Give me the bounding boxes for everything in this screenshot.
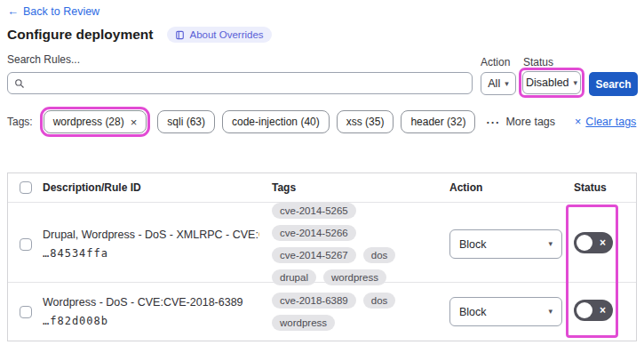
ellipsis-icon: ··· [486, 116, 500, 129]
action-dropdown[interactable]: All ▾ [481, 72, 516, 95]
column-header-description: Description/Rule ID [43, 181, 272, 194]
action-select[interactable]: Block ▾ [449, 229, 562, 259]
tag-pill-label: sqli (63) [167, 116, 205, 128]
back-to-review-link[interactable]: ← Back to Review [7, 4, 99, 18]
rule-action-cell: Block ▾ [449, 297, 574, 326]
column-header-status: Status [574, 181, 636, 194]
rule-tags-cell: cve-2018-6389 dos wordpress [272, 293, 449, 331]
page-title: Configure deployment [7, 27, 153, 43]
book-icon [175, 30, 185, 40]
rule-tag: cve-2014-5267 [272, 247, 356, 263]
status-dropdown-value: Disabled [526, 76, 569, 89]
toggle-knob [576, 235, 592, 251]
rule-tag: wordpress [272, 315, 335, 331]
tag-pill-sqli[interactable]: sqli (63) [157, 110, 215, 133]
column-header-tags: Tags [272, 181, 449, 194]
tags-bar: Tags: wordpress (28) × sqli (63) code-in… [7, 106, 637, 138]
tag-pill-header[interactable]: header (32) [401, 110, 475, 133]
rule-description: Wordpress - DoS - CVE:CVE-2018-6389 [43, 296, 259, 309]
chevron-down-icon: ▾ [548, 308, 553, 316]
rule-tag: cve-2014-5266 [272, 225, 356, 241]
action-select-value: Block [459, 306, 487, 318]
rule-tag: dos [363, 247, 396, 263]
selected-tag-highlight: wordpress (28) × [40, 107, 151, 137]
action-select-value: Block [459, 238, 487, 251]
clear-tags-button[interactable]: × Clear tags [575, 116, 636, 128]
rule-tag: wordpress [323, 269, 386, 285]
status-dropdown-highlight: Disabled ▾ [519, 68, 584, 98]
table-header-row: Description/Rule ID Tags Action Status [8, 173, 636, 203]
about-overrides-badge[interactable]: About Overrides [167, 27, 271, 43]
tag-pill-label: code-injection (40) [232, 116, 320, 128]
rule-tag: cve-2014-5265 [272, 203, 356, 219]
search-icon [14, 78, 25, 89]
status-toggle-off[interactable]: × [574, 300, 613, 321]
tag-pill-xss[interactable]: xss (35) [337, 110, 394, 133]
action-dropdown-value: All [488, 77, 500, 90]
rules-table: Description/Rule ID Tags Action Status D… [7, 172, 637, 341]
tag-pill-label: header (32) [410, 116, 465, 128]
rule-tags-cell: cve-2014-5265 cve-2014-5266 cve-2014-526… [272, 203, 449, 285]
status-toggle-off[interactable]: × [574, 232, 613, 253]
toggle-knob [576, 302, 592, 318]
search-input-wrap [7, 72, 473, 94]
rule-description: Drupal, Wordpress - DoS - XMLRPC - CVE:C… [43, 229, 259, 241]
action-filter-label: Action [481, 56, 510, 68]
more-tags-button[interactable]: ··· More tags [486, 116, 555, 129]
rule-id: …f82d008b [43, 315, 259, 327]
clear-tags-label: Clear tags [585, 116, 636, 128]
tag-pill-label: wordpress (28) [53, 116, 124, 128]
search-button[interactable]: Search [589, 72, 638, 96]
rule-action-cell: Block ▾ [449, 229, 574, 259]
more-tags-label: More tags [505, 116, 555, 128]
rule-description-cell: Drupal, Wordpress - DoS - XMLRPC - CVE:C… [43, 229, 272, 260]
search-rules-label: Search Rules... [7, 53, 80, 66]
rule-tag: drupal [272, 269, 316, 285]
search-rules-input[interactable] [29, 77, 465, 90]
rule-id: …84534ffa [43, 247, 259, 260]
back-arrow-icon: ← [7, 4, 19, 18]
configure-deployment-page: ← Back to Review Configure deployment Ab… [0, 0, 644, 361]
toggle-x-icon: × [600, 236, 606, 248]
status-filter-label: Status [523, 56, 553, 68]
back-link-label: Back to Review [23, 5, 99, 18]
row-checkbox[interactable] [20, 238, 32, 251]
title-row: Configure deployment About Overrides [7, 27, 272, 43]
status-dropdown[interactable]: Disabled ▾ [522, 71, 581, 94]
table-row: Wordpress - DoS - CVE:CVE-2018-6389 …f82… [8, 283, 636, 341]
toggle-x-icon: × [600, 303, 606, 316]
select-all-checkbox[interactable] [20, 181, 32, 194]
row-checkbox[interactable] [20, 306, 32, 318]
rule-description-cell: Wordpress - DoS - CVE:CVE-2018-6389 …f82… [43, 296, 272, 327]
table-row: Drupal, Wordpress - DoS - XMLRPC - CVE:C… [8, 203, 636, 283]
close-icon: × [575, 116, 581, 128]
remove-tag-icon[interactable]: × [131, 116, 138, 129]
rule-status-cell: × [574, 300, 636, 325]
tag-pill-wordpress[interactable]: wordpress (28) × [44, 110, 147, 133]
tag-pill-code-injection[interactable]: code-injection (40) [222, 110, 330, 133]
chevron-down-icon: ▾ [548, 240, 553, 248]
action-select[interactable]: Block ▾ [449, 297, 562, 326]
rule-tag: dos [363, 293, 396, 309]
rule-status-cell: × [574, 232, 636, 257]
chevron-down-icon: ▾ [574, 79, 578, 87]
tag-pill-label: xss (35) [346, 116, 385, 128]
chevron-down-icon: ▾ [505, 80, 509, 88]
rule-tag: cve-2018-6389 [272, 293, 356, 309]
tags-label: Tags: [7, 116, 33, 128]
about-overrides-label: About Overrides [189, 29, 263, 40]
column-header-action: Action [449, 181, 574, 194]
